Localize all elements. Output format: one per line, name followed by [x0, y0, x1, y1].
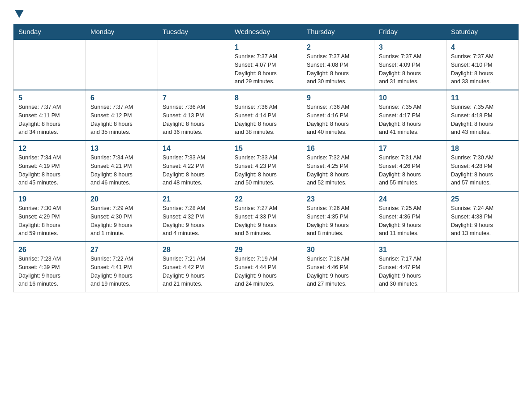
- cell-info: Sunrise: 7:32 AMSunset: 4:25 PMDaylight:…: [307, 154, 369, 187]
- calendar-cell: 4Sunrise: 7:37 AMSunset: 4:10 PMDaylight…: [446, 39, 519, 90]
- cell-day-number: 10: [379, 94, 442, 102]
- cell-info: Sunrise: 7:37 AMSunset: 4:07 PMDaylight:…: [235, 52, 297, 86]
- cell-info: Sunrise: 7:17 AMSunset: 4:47 PMDaylight:…: [379, 255, 442, 288]
- calendar-week-1: 1Sunrise: 7:37 AMSunset: 4:07 PMDaylight…: [14, 39, 519, 90]
- cell-info: Sunrise: 7:18 AMSunset: 4:46 PMDaylight:…: [307, 255, 369, 288]
- cell-info: Sunrise: 7:37 AMSunset: 4:10 PMDaylight:…: [451, 52, 514, 86]
- calendar-cell: 30Sunrise: 7:18 AMSunset: 4:46 PMDayligh…: [302, 242, 374, 292]
- calendar-cell: 5Sunrise: 7:37 AMSunset: 4:11 PMDaylight…: [14, 90, 86, 141]
- cell-info: Sunrise: 7:35 AMSunset: 4:18 PMDaylight:…: [451, 103, 514, 137]
- calendar-cell: 15Sunrise: 7:33 AMSunset: 4:23 PMDayligh…: [230, 141, 302, 191]
- calendar-cell: 12Sunrise: 7:34 AMSunset: 4:19 PMDayligh…: [14, 141, 86, 191]
- cell-info: Sunrise: 7:33 AMSunset: 4:23 PMDaylight:…: [235, 154, 297, 187]
- cell-day-number: 16: [307, 145, 369, 153]
- cell-day-number: 2: [307, 43, 369, 51]
- cell-day-number: 6: [90, 94, 153, 102]
- calendar-cell: 10Sunrise: 7:35 AMSunset: 4:17 PMDayligh…: [374, 90, 446, 141]
- calendar-cell: 31Sunrise: 7:17 AMSunset: 4:47 PMDayligh…: [374, 242, 446, 292]
- day-header-sunday: Sunday: [14, 24, 86, 40]
- cell-day-number: 28: [163, 246, 225, 254]
- cell-info: Sunrise: 7:37 AMSunset: 4:09 PMDaylight:…: [379, 52, 442, 86]
- cell-info: Sunrise: 7:35 AMSunset: 4:17 PMDaylight:…: [379, 103, 442, 137]
- cell-day-number: 8: [235, 94, 297, 102]
- calendar-table: SundayMondayTuesdayWednesdayThursdayFrid…: [13, 24, 519, 292]
- cell-day-number: 24: [379, 195, 442, 203]
- cell-day-number: 22: [235, 195, 297, 203]
- calendar-cell: 29Sunrise: 7:19 AMSunset: 4:44 PMDayligh…: [230, 242, 302, 292]
- day-header-friday: Friday: [374, 24, 446, 40]
- calendar-cell: 23Sunrise: 7:26 AMSunset: 4:35 PMDayligh…: [302, 191, 374, 242]
- cell-info: Sunrise: 7:28 AMSunset: 4:32 PMDaylight:…: [163, 204, 225, 238]
- calendar-cell: 18Sunrise: 7:30 AMSunset: 4:28 PMDayligh…: [446, 141, 519, 191]
- cell-day-number: 29: [235, 246, 297, 254]
- logo: [13, 9, 24, 19]
- logo-triangle-icon: [15, 10, 24, 18]
- cell-info: Sunrise: 7:25 AMSunset: 4:36 PMDaylight:…: [379, 204, 442, 238]
- cell-info: Sunrise: 7:34 AMSunset: 4:19 PMDaylight:…: [18, 154, 81, 187]
- calendar-cell: 22Sunrise: 7:27 AMSunset: 4:33 PMDayligh…: [230, 191, 302, 242]
- cell-day-number: 26: [18, 246, 81, 254]
- calendar-cell: [446, 242, 519, 292]
- cell-day-number: 31: [379, 246, 442, 254]
- cell-info: Sunrise: 7:37 AMSunset: 4:12 PMDaylight:…: [90, 103, 153, 137]
- cell-info: Sunrise: 7:37 AMSunset: 4:11 PMDaylight:…: [18, 103, 81, 137]
- cell-info: Sunrise: 7:26 AMSunset: 4:35 PMDaylight:…: [307, 204, 369, 238]
- cell-day-number: 25: [451, 195, 514, 203]
- calendar-cell: 11Sunrise: 7:35 AMSunset: 4:18 PMDayligh…: [446, 90, 519, 141]
- cell-day-number: 4: [451, 43, 514, 51]
- cell-day-number: 15: [235, 145, 297, 153]
- calendar-cell: 21Sunrise: 7:28 AMSunset: 4:32 PMDayligh…: [158, 191, 230, 242]
- cell-day-number: 9: [307, 94, 369, 102]
- cell-info: Sunrise: 7:33 AMSunset: 4:22 PMDaylight:…: [163, 154, 225, 187]
- cell-info: Sunrise: 7:29 AMSunset: 4:30 PMDaylight:…: [90, 204, 153, 238]
- cell-info: Sunrise: 7:30 AMSunset: 4:29 PMDaylight:…: [18, 204, 81, 238]
- cell-info: Sunrise: 7:36 AMSunset: 4:13 PMDaylight:…: [163, 103, 225, 137]
- cell-info: Sunrise: 7:30 AMSunset: 4:28 PMDaylight:…: [451, 154, 514, 187]
- day-header-tuesday: Tuesday: [158, 24, 230, 40]
- calendar-cell: [158, 39, 230, 90]
- calendar-cell: 13Sunrise: 7:34 AMSunset: 4:21 PMDayligh…: [86, 141, 158, 191]
- cell-info: Sunrise: 7:31 AMSunset: 4:26 PMDaylight:…: [379, 154, 442, 187]
- day-header-saturday: Saturday: [446, 24, 519, 40]
- cell-info: Sunrise: 7:36 AMSunset: 4:16 PMDaylight:…: [307, 103, 369, 137]
- cell-day-number: 21: [163, 195, 225, 203]
- cell-info: Sunrise: 7:23 AMSunset: 4:39 PMDaylight:…: [18, 255, 81, 288]
- cell-info: Sunrise: 7:27 AMSunset: 4:33 PMDaylight:…: [235, 204, 297, 238]
- cell-day-number: 27: [90, 246, 153, 254]
- calendar-cell: 26Sunrise: 7:23 AMSunset: 4:39 PMDayligh…: [14, 242, 86, 292]
- calendar-header: SundayMondayTuesdayWednesdayThursdayFrid…: [14, 24, 519, 40]
- cell-day-number: 20: [90, 195, 153, 203]
- cell-info: Sunrise: 7:37 AMSunset: 4:08 PMDaylight:…: [307, 52, 369, 86]
- cell-day-number: 13: [90, 145, 153, 153]
- cell-info: Sunrise: 7:24 AMSunset: 4:38 PMDaylight:…: [451, 204, 514, 238]
- cell-day-number: 23: [307, 195, 369, 203]
- cell-day-number: 18: [451, 145, 514, 153]
- cell-info: Sunrise: 7:36 AMSunset: 4:14 PMDaylight:…: [235, 103, 297, 137]
- cell-day-number: 30: [307, 246, 369, 254]
- calendar-cell: 8Sunrise: 7:36 AMSunset: 4:14 PMDaylight…: [230, 90, 302, 141]
- calendar-week-4: 19Sunrise: 7:30 AMSunset: 4:29 PMDayligh…: [14, 191, 519, 242]
- calendar-cell: 6Sunrise: 7:37 AMSunset: 4:12 PMDaylight…: [86, 90, 158, 141]
- calendar-week-5: 26Sunrise: 7:23 AMSunset: 4:39 PMDayligh…: [14, 242, 519, 292]
- calendar-cell: 17Sunrise: 7:31 AMSunset: 4:26 PMDayligh…: [374, 141, 446, 191]
- cell-day-number: 14: [163, 145, 225, 153]
- calendar-cell: 24Sunrise: 7:25 AMSunset: 4:36 PMDayligh…: [374, 191, 446, 242]
- calendar-cell: 3Sunrise: 7:37 AMSunset: 4:09 PMDaylight…: [374, 39, 446, 90]
- cell-day-number: 11: [451, 94, 514, 102]
- calendar-cell: [14, 39, 86, 90]
- cell-day-number: 17: [379, 145, 442, 153]
- day-header-monday: Monday: [86, 24, 158, 40]
- calendar-cell: 2Sunrise: 7:37 AMSunset: 4:08 PMDaylight…: [302, 39, 374, 90]
- cell-day-number: 1: [235, 43, 297, 51]
- calendar-cell: 20Sunrise: 7:29 AMSunset: 4:30 PMDayligh…: [86, 191, 158, 242]
- calendar-cell: 19Sunrise: 7:30 AMSunset: 4:29 PMDayligh…: [14, 191, 86, 242]
- calendar-cell: 16Sunrise: 7:32 AMSunset: 4:25 PMDayligh…: [302, 141, 374, 191]
- calendar-cell: 25Sunrise: 7:24 AMSunset: 4:38 PMDayligh…: [446, 191, 519, 242]
- calendar-cell: 14Sunrise: 7:33 AMSunset: 4:22 PMDayligh…: [158, 141, 230, 191]
- calendar-cell: 27Sunrise: 7:22 AMSunset: 4:41 PMDayligh…: [86, 242, 158, 292]
- calendar-week-3: 12Sunrise: 7:34 AMSunset: 4:19 PMDayligh…: [14, 141, 519, 191]
- cell-day-number: 19: [18, 195, 81, 203]
- cell-info: Sunrise: 7:19 AMSunset: 4:44 PMDaylight:…: [235, 255, 297, 288]
- page-header: [13, 9, 519, 19]
- calendar-cell: 9Sunrise: 7:36 AMSunset: 4:16 PMDaylight…: [302, 90, 374, 141]
